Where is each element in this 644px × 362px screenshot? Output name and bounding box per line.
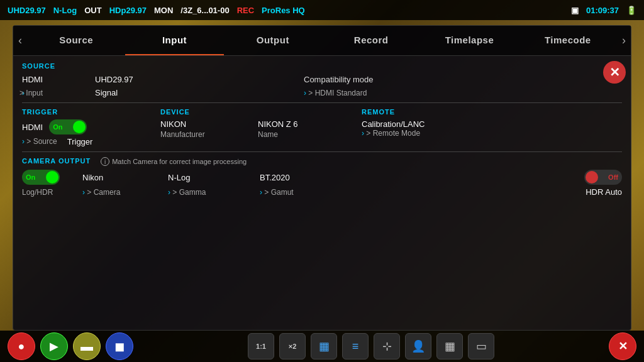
status-bar: UHD29.97 N-Log OUT HDp29.97 MON /3Z_6...… <box>0 0 644 20</box>
device-manufacturer-value: NIKON <box>160 119 252 129</box>
camera-gamut-label[interactable]: › > Gamut <box>260 188 335 197</box>
source-input-label[interactable]: ›> Input <box>22 89 85 97</box>
zoom-2x-icon: ×2 <box>289 343 297 350</box>
status-nlog: N-Log <box>51 6 80 15</box>
source-hdmi-label: HDMI <box>22 75 85 84</box>
camera-gamma-value: N-Log <box>168 173 250 182</box>
monitor-button[interactable]: ▬ <box>73 332 101 360</box>
status-ssd: ▣ <box>569 6 581 15</box>
tab-timelapse[interactable]: Timelapse <box>420 26 518 55</box>
play-button[interactable]: ▶ <box>40 332 68 360</box>
camera-toggle-knob <box>46 171 58 184</box>
camera-output-toggle[interactable]: On <box>22 170 60 185</box>
trigger-hdmi-label: HDMI <box>22 123 43 132</box>
remote-section-label: REMOTE <box>362 108 622 117</box>
status-rec-label: REC <box>235 6 257 15</box>
trigger-device-remote: TRIGGER HDMI On › > Source Trigger <box>22 108 622 146</box>
remote-mode[interactable]: › > Remote Mode <box>362 129 622 138</box>
camera-camera-label[interactable]: › > Camera <box>82 188 158 197</box>
zoom-1to1-button[interactable]: 1:1 <box>248 333 274 359</box>
tab-timecode[interactable]: Timecode <box>519 26 617 55</box>
toolbar-close-button[interactable]: ✕ <box>609 332 636 360</box>
device-col: DEVICE NIKON NIKON Z 6 Manufacturer Name <box>160 108 349 146</box>
close-button[interactable]: ✕ <box>603 61 626 84</box>
divider-2 <box>22 151 622 152</box>
trigger-source-label[interactable]: › > Source <box>22 137 57 146</box>
tab-record[interactable]: Record <box>322 26 420 55</box>
tab-source[interactable]: Source <box>27 26 125 55</box>
trigger-col: TRIGGER HDMI On › > Source Trigger <box>22 108 148 146</box>
source-section-label: SOURCE <box>22 62 622 71</box>
info-icon: i <box>101 157 109 166</box>
record-icon: ● <box>18 340 25 353</box>
camera-output-section: CAMERA OUTPUT i Match Camera for correct… <box>22 157 622 197</box>
overlay-icon: ▭ <box>476 339 487 353</box>
hdr-auto-label: HDR Auto <box>584 187 622 197</box>
status-resolution: UHD29.97 <box>5 6 48 15</box>
device-section-label: DEVICE <box>160 108 349 117</box>
source-hdmi-std[interactable]: › > HDMI Standard <box>304 89 417 97</box>
toolbar-center: 1:1 ×2 ▦ ≡ ⊹ 👤 ▦ ▭ <box>248 333 494 359</box>
waveform-icon: ≡ <box>352 340 359 353</box>
hdr-toggle-label: Off <box>608 173 618 181</box>
tab-prev-arrow[interactable]: ‹ <box>13 26 27 55</box>
grid-icon: ▦ <box>445 339 455 353</box>
trigger-section-label: TRIGGER <box>22 108 148 117</box>
layers-icon: ◼ <box>114 339 125 354</box>
remote-col: REMOTE Calibration/LANC › > Remote Mode <box>362 108 622 146</box>
tab-next-arrow[interactable]: › <box>617 26 631 55</box>
face-button[interactable]: 👤 <box>405 333 431 359</box>
status-filename: /3Z_6...01-00 <box>178 6 231 15</box>
status-mon-label: MON <box>152 6 175 15</box>
camera-output-label: CAMERA OUTPUT <box>22 157 91 166</box>
source-signal-value: Signal <box>95 88 170 97</box>
trigger-toggle-knob <box>73 121 86 133</box>
overlay-button[interactable]: ▭ <box>468 333 494 359</box>
focus-icon: ⊹ <box>382 339 392 353</box>
camera-gamma-label[interactable]: › > Gamma <box>168 188 250 197</box>
toolbar-close-icon: ✕ <box>618 339 628 353</box>
device-name-label: Name <box>258 130 349 139</box>
trigger-toggle-label: On <box>53 123 62 131</box>
tab-output[interactable]: Output <box>224 26 322 55</box>
zoom-2x-button[interactable]: ×2 <box>279 333 306 359</box>
status-timecode: 01:09:37 <box>584 6 621 15</box>
play-icon: ▶ <box>50 339 58 353</box>
record-button[interactable]: ● <box>8 332 35 360</box>
source-hdmi-value: UHD29.97 <box>95 75 170 84</box>
status-out-label: OUT <box>82 6 104 15</box>
remote-calibration: Calibration/LANC <box>362 119 622 129</box>
histogram-button[interactable]: ▦ <box>311 333 337 359</box>
device-manufacturer-label: Manufacturer <box>160 130 252 139</box>
divider-1 <box>22 102 622 103</box>
status-out-res: HDp29.97 <box>107 6 149 15</box>
content-area: ✕ SOURCE HDMI UHD29.97 Compatibility mod… <box>13 56 631 203</box>
monitor-icon: ▬ <box>80 339 93 354</box>
trigger-value: Trigger <box>67 137 93 146</box>
camera-output-note: i Match Camera for correct image process… <box>101 157 247 166</box>
main-panel: ‹ Source Input Output Record Timelapse T… <box>13 25 631 331</box>
device-name-value: NIKON Z 6 <box>258 119 349 129</box>
camera-toggle-label: On <box>26 173 35 181</box>
close-icon: ✕ <box>609 66 620 79</box>
toolbar-left: ● ▶ ▬ ◼ <box>8 332 133 360</box>
face-icon: 👤 <box>411 339 425 353</box>
zoom-1to1-icon: 1:1 <box>256 343 266 350</box>
tab-input[interactable]: Input <box>125 26 223 55</box>
hdr-toggle-knob <box>586 171 598 184</box>
trigger-toggle[interactable]: On <box>49 119 87 134</box>
toolbar: ● ▶ ▬ ◼ 1:1 ×2 ▦ ≡ ⊹ 👤 ▦ <box>0 331 644 362</box>
toolbar-right: ✕ <box>609 332 636 360</box>
source-compat-label: Compatibility mode <box>304 74 417 85</box>
source-section: SOURCE HDMI UHD29.97 Compatibility mode … <box>22 62 622 97</box>
tab-bar: ‹ Source Input Output Record Timelapse T… <box>13 26 631 56</box>
layers-button[interactable]: ◼ <box>106 332 133 360</box>
grid-button[interactable]: ▦ <box>436 333 463 359</box>
hdr-toggle[interactable]: Off <box>584 170 622 185</box>
histogram-icon: ▦ <box>319 339 330 353</box>
status-codec: ProRes HQ <box>259 6 308 15</box>
status-battery: 🔋 <box>624 6 639 15</box>
waveform-button[interactable]: ≡ <box>342 333 369 359</box>
camera-nikon-value: Nikon <box>82 173 158 182</box>
focus-button[interactable]: ⊹ <box>374 333 400 359</box>
